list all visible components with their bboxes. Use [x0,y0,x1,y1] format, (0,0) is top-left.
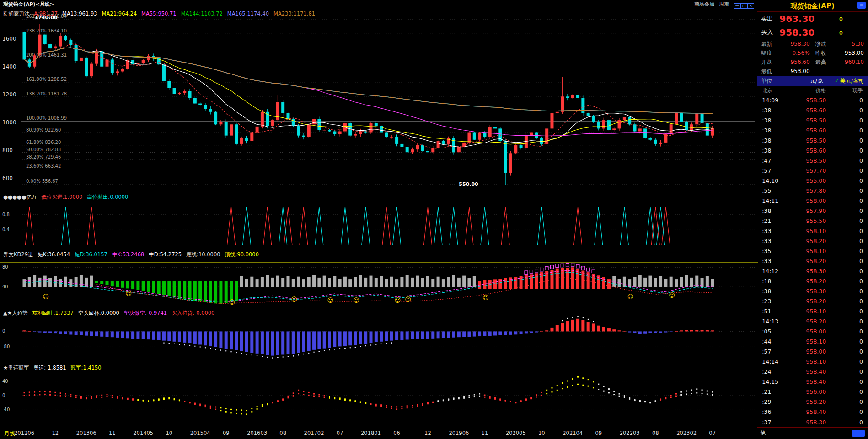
tick-row: :33958.200 [757,236,868,246]
indicator-legend-item: MA233:1171.81 [273,11,315,17]
svg-text:38.20% 729.46: 38.20% 729.46 [26,154,61,159]
x-axis-label: 12 [52,430,59,436]
x-axis-label: 201702 [304,430,324,436]
x-axis-label: 08 [652,430,659,436]
bid-row[interactable]: 买入 958.30 0 [757,26,868,39]
indicator-legend-item: A:981.37 [34,11,58,17]
x-axis-label: 201405 [133,430,153,436]
ask-label: 卖出 [761,15,777,23]
tick-row: :38957.900 [757,206,868,216]
tick-vol: 0 [859,248,863,254]
ask-row[interactable]: 卖出 963.30 0 [757,12,868,26]
stat-v2: 960.10 [834,59,864,65]
tick-row: :44958.100 [757,337,868,347]
indicator-legend-item: ▲★大趋势 [3,310,28,316]
tick-header-time: 北京 [762,87,788,94]
bid-price[interactable]: 958.30 [779,27,814,38]
tick-row: :21955.500 [757,216,868,226]
tick-time: :57 [762,348,788,355]
blue-indicator-button[interactable] [852,430,865,437]
tick-time: 14:13 [762,318,788,325]
tick-vol: 0 [859,238,863,244]
tick-vol: 0 [859,97,863,104]
main-chart-canvas[interactable]: 6008001000120014001600261.80% 1740.84238… [0,8,758,192]
tick-time: :44 [762,338,788,345]
tick-price: 958.10 [788,338,826,345]
indicator-legend-item: 买入持货:-0.0000 [171,310,214,316]
indicator-legend-item: 高位抛出:0.0000 [87,194,128,200]
page-icon[interactable]: ≡ [857,2,866,9]
period-menu-button[interactable]: 周期 [719,1,729,8]
indicator-legend-item: 空头回补:0.0000 [78,310,119,316]
svg-text:600: 600 [2,175,13,181]
tick-vol: 0 [859,268,863,275]
indicator-legend-item: 中K:53.2468 [112,251,144,258]
tick-time: :38 [762,137,788,144]
unit-option-ounce[interactable]: 美元/盎司 [840,77,864,85]
svg-text:550.00: 550.00 [459,181,478,187]
stat-v: 0.56% [779,50,809,56]
stat-row: 最新958.30涨跌5.30 [757,39,868,48]
stat-l2: 涨跌 [815,40,834,48]
stat-v2: 5.30 [834,41,864,47]
stat-v: 953.00 [779,68,809,74]
tick-time: :33 [762,227,788,234]
olympic-legend: ★奥运冠军奥运:-1.8581冠军:1.4150 [3,363,106,371]
tick-price: 958.40 [788,368,826,375]
stat-l: 最低 [761,68,779,75]
tick-time: :38 [762,207,788,214]
svg-text:☺: ☺ [395,297,401,304]
ask-price[interactable]: 963.30 [779,13,814,24]
stat-v: 956.60 [779,59,809,65]
x-axis-label: 12 [424,430,431,436]
tick-price: 957.90 [788,207,826,214]
svg-text:0.8: 0.8 [2,212,10,217]
svg-text:0.00% 556.67: 0.00% 556.67 [26,179,58,184]
tick-price: 958.10 [788,308,826,315]
tick-header-volume: 现手 [852,87,863,94]
indicator-legend-item: MA13:961.93 [62,11,97,17]
indicator-legend-item: K 胡家刀法 [3,11,29,17]
sidebar-bottom-bar: 笔 [757,427,868,439]
tick-vol: 0 [859,308,863,315]
tick-vol: 0 [859,298,863,305]
olympic-indicator-panel[interactable]: 400-40 ★奥运冠军奥运:-1.8581冠军:1.4150 [0,362,757,428]
x-axis-label: 11 [482,430,488,436]
tick-price: 955.00 [788,177,826,184]
tick-price: 956.00 [788,388,826,395]
olympic-chart-canvas[interactable]: 400-40 [0,362,758,428]
kd-legend: 界文KD29进短K:36.0454短D:36.0157中K:53.2468中D:… [3,249,263,258]
tick-vol: 0 [859,197,863,204]
tick-time: :24 [762,368,788,375]
tick-price: 958.10 [788,227,826,234]
svg-text:138.20% 1181.78: 138.20% 1181.78 [26,91,67,96]
tick-list[interactable]: 14:09958.500:38958.600:38958.500:38958.6… [757,95,868,427]
tick-vol: 0 [859,368,863,375]
tick-time: :29 [762,398,788,405]
ask-volume: 0 [839,16,843,22]
tick-vol: 0 [859,408,863,415]
tick-vol: 0 [859,107,863,114]
quote-title-row: 现货铂金(AP) ≡ [757,0,868,12]
tick-row: :05958.000 [757,327,868,337]
tick-price: 958.50 [788,137,826,144]
tick-row: :35958.100 [757,246,868,256]
svg-text:40: 40 [2,284,8,289]
kd-indicator-panel[interactable]: 4080☺☺☺☺☺☺☺☺☺☺☺ 界文KD29进短K:36.0454短D:36.0… [0,249,757,307]
yiwan-indicator-panel[interactable]: 0.40.8 ●●●●●亿万低位买进:1.0000高位抛出:0.0000 [0,191,757,249]
tick-time: :38 [762,288,788,295]
tick-time: :38 [762,147,788,154]
tick-time: :38 [762,117,788,124]
tick-row: :38958.600 [757,105,868,115]
overlay-menu-button[interactable]: 商品叠加 [694,1,714,8]
indicator-legend-item: 顶线:90.0000 [225,251,259,258]
tick-price: 958.10 [788,358,826,365]
tick-time: :35 [762,248,788,254]
trend-indicator-panel[interactable]: 0-80 ▲★大趋势获利回吐:1.7337空头回补:0.0000坚决做空:-0.… [0,307,757,362]
indicator-legend-item: 坚决做空:-0.9741 [124,310,167,316]
main-candlestick-panel[interactable]: 6008001000120014001600261.80% 1740.84238… [0,8,757,191]
tick-time: :57 [762,167,788,174]
tick-vol: 0 [859,147,863,154]
tick-vol: 0 [859,127,863,134]
unit-option-gram[interactable]: 元/克 [779,77,823,85]
